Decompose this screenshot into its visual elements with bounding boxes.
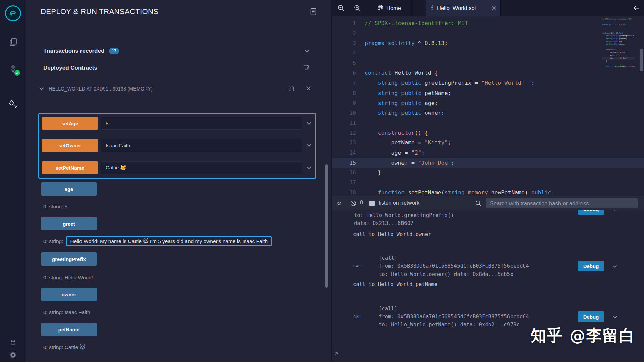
editor-tabbar: Home Hello_World.sol bbox=[332, 0, 644, 16]
tab-close-icon[interactable] bbox=[492, 5, 496, 11]
code-editor[interactable]: 1// SPDX-License-Identifier: MIT23pragma… bbox=[332, 16, 644, 196]
panel-scrollbar-thumb[interactable] bbox=[325, 164, 328, 288]
editor-scrollbar[interactable] bbox=[640, 17, 643, 195]
owner-button[interactable]: owner bbox=[41, 288, 97, 301]
call-to-line: to: Hello_World.owner() data: 0x8da...5c… bbox=[379, 271, 513, 277]
copy-icon[interactable] bbox=[288, 85, 294, 93]
chevron-down-icon[interactable] bbox=[304, 48, 309, 54]
settings-icon[interactable] bbox=[0, 351, 26, 359]
code-line: 3pragma solidity ^ 0.8.13; bbox=[332, 38, 644, 48]
tab-home-label: Home bbox=[386, 5, 401, 11]
code-line: 16 } bbox=[332, 168, 644, 178]
code-line: 2 bbox=[332, 28, 644, 39]
transactions-recorded-label: Transactions recorded bbox=[43, 48, 104, 54]
age-button[interactable]: age bbox=[41, 182, 97, 196]
code-line: 12 constructor() { bbox=[602, 48, 635, 51]
setowner-button[interactable]: setOwner bbox=[42, 139, 98, 152]
deploy-run-panel: DEPLOY & RUN TRANSACTIONS Transactions r… bbox=[26, 0, 325, 362]
plugin-manager-icon[interactable] bbox=[0, 339, 26, 347]
code-line: 6contract Hello_World { bbox=[602, 32, 635, 35]
setowner-input[interactable] bbox=[101, 139, 302, 152]
chevron-down-icon[interactable] bbox=[39, 86, 44, 92]
code-line: 16 } bbox=[602, 60, 635, 62]
remix-logo[interactable] bbox=[5, 5, 21, 21]
tab-hello-world-sol[interactable]: Hello_World.sol bbox=[426, 0, 501, 16]
chevron-down-icon[interactable] bbox=[613, 263, 617, 269]
contract-address-label: HELLO_WORLD AT 0XD91...39138 (MEMORY) bbox=[49, 86, 153, 92]
call-to-line: to: Hello_World.petName() data: 0x4b2...… bbox=[379, 322, 520, 328]
deploy-run-icon[interactable] bbox=[0, 99, 26, 109]
code-line: 6contract Hello_World { bbox=[332, 68, 644, 78]
chevron-down-icon[interactable] bbox=[307, 120, 311, 126]
code-line: 1// SPDX-License-Identifier: MIT bbox=[332, 18, 644, 28]
setpetname-button[interactable]: setPetName bbox=[42, 161, 98, 174]
code-line: 18 function setPetName(string memory new… bbox=[602, 65, 635, 68]
setage-input[interactable] bbox=[101, 117, 302, 130]
setage-button[interactable]: setAge bbox=[42, 117, 98, 130]
zoom-out-icon[interactable] bbox=[338, 5, 345, 13]
watermark: 知乎 @李留白 bbox=[531, 325, 635, 346]
terminal-toggle-icon[interactable] bbox=[337, 201, 342, 207]
code-line: 11 bbox=[602, 46, 635, 48]
owner-result: 0: string: Isaac Faith bbox=[43, 309, 90, 315]
compile-success-badge bbox=[14, 70, 20, 76]
function-row-setowner: setOwner bbox=[42, 139, 311, 152]
code-line: 7 string public greetingPrefix = "Hello … bbox=[332, 78, 644, 88]
chevron-down-icon[interactable] bbox=[307, 142, 311, 148]
greet-button[interactable]: greet bbox=[41, 217, 97, 230]
journal-icon[interactable] bbox=[310, 8, 317, 17]
greet-result-highlight: Hello World! My name is Cattie 😺 I'm 5 y… bbox=[66, 236, 272, 246]
chevron-down-icon[interactable] bbox=[613, 314, 617, 320]
code-line: 3pragma solidity ^ 0.8.13; bbox=[602, 23, 635, 26]
setpetname-input[interactable] bbox=[101, 161, 302, 174]
code-line: 13 petName = "Kitty"; bbox=[332, 138, 644, 148]
code-line: 8 string public petName; bbox=[602, 37, 635, 40]
tab-home[interactable]: Home bbox=[367, 0, 412, 16]
terminal-search-input[interactable] bbox=[486, 198, 638, 208]
deployed-contract-header[interactable]: HELLO_WORLD AT 0XD91...39138 (MEMORY) bbox=[39, 83, 312, 95]
search-icon bbox=[475, 200, 482, 208]
close-icon[interactable] bbox=[306, 86, 311, 92]
editor-scrollbar-thumb[interactable] bbox=[640, 49, 643, 71]
write-functions-group: setAge setOwner setPetName bbox=[38, 113, 316, 179]
listen-checkbox[interactable] bbox=[369, 201, 375, 206]
deployed-contracts-label: Deployed Contracts bbox=[43, 65, 97, 71]
greet-result-prefix: 0: string: bbox=[43, 238, 63, 244]
terminal-prompt[interactable]: > bbox=[335, 350, 338, 356]
solidity-compiler-icon[interactable] bbox=[0, 64, 26, 74]
function-row-setpetname: setPetName bbox=[42, 161, 311, 174]
chevron-down-icon[interactable] bbox=[613, 210, 617, 213]
collapse-left-icon[interactable] bbox=[633, 6, 639, 12]
greetingprefix-button[interactable]: greetingPrefix bbox=[41, 252, 97, 266]
debug-button[interactable]: Debug bbox=[578, 261, 604, 272]
clear-console-icon[interactable] bbox=[350, 200, 356, 208]
remix-ide: DEPLOY & RUN TRANSACTIONS Transactions r… bbox=[0, 0, 644, 362]
icon-sidebar bbox=[0, 0, 26, 362]
code-line: 10 string public owner; bbox=[332, 108, 644, 118]
listen-on-network-label[interactable]: listen on network bbox=[379, 200, 419, 206]
panel-scrollbar[interactable] bbox=[325, 0, 331, 362]
chevron-down-icon[interactable] bbox=[307, 165, 311, 171]
debug-button[interactable]: Debug bbox=[578, 311, 604, 322]
function-row-setage: setAge bbox=[42, 117, 311, 130]
file-explorer-icon[interactable] bbox=[0, 38, 26, 47]
pending-count: 0 bbox=[360, 200, 363, 206]
call-badge: CALL bbox=[353, 264, 362, 268]
call-tag: [call] bbox=[379, 255, 397, 261]
tab-file-label: Hello_World.sol bbox=[437, 5, 476, 11]
greet-result: 0: string: Hello World! My name is Catti… bbox=[43, 236, 272, 246]
petname-button[interactable]: petName bbox=[41, 323, 97, 336]
call-owner-line: call to Hello_World.owner bbox=[353, 231, 431, 237]
code-line: 4 bbox=[602, 26, 635, 29]
code-line: 7 string public greetingPrefix = "Hello … bbox=[602, 35, 635, 37]
zoom-in-icon[interactable] bbox=[354, 5, 361, 13]
transactions-recorded-row[interactable]: Transactions recorded 17 bbox=[43, 45, 311, 57]
code-line: 17 bbox=[332, 178, 644, 188]
code-content[interactable]: 1// SPDX-License-Identifier: MIT23pragma… bbox=[332, 18, 644, 196]
editor-minimap[interactable]: 1// SPDX-License-Identifier: MIT23pragma… bbox=[602, 18, 635, 74]
code-line: 8 string public petName; bbox=[332, 88, 644, 98]
trash-icon[interactable] bbox=[304, 64, 309, 72]
remix-logo-swirl bbox=[8, 8, 18, 18]
code-line: 13 petName = "Kitty"; bbox=[602, 51, 635, 54]
debug-button[interactable]: Debug bbox=[578, 210, 604, 215]
